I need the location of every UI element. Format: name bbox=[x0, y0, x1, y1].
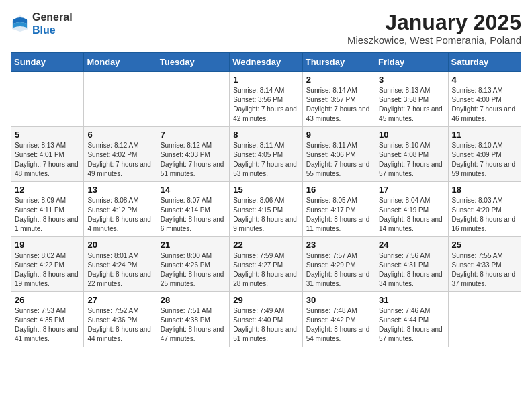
day-info: Sunrise: 8:05 AM Sunset: 4:17 PM Dayligh… bbox=[306, 196, 371, 234]
day-number: 24 bbox=[379, 240, 444, 250]
day-number: 6 bbox=[87, 130, 152, 140]
day-number: 23 bbox=[306, 240, 371, 250]
day-number: 19 bbox=[15, 240, 80, 250]
day-info: Sunrise: 8:13 AM Sunset: 3:58 PM Dayligh… bbox=[379, 86, 444, 124]
day-info: Sunrise: 8:03 AM Sunset: 4:20 PM Dayligh… bbox=[452, 196, 517, 234]
day-info: Sunrise: 7:52 AM Sunset: 4:36 PM Dayligh… bbox=[87, 306, 152, 344]
week-row-4: 19Sunrise: 8:02 AM Sunset: 4:22 PM Dayli… bbox=[11, 237, 521, 292]
day-info: Sunrise: 8:11 AM Sunset: 4:05 PM Dayligh… bbox=[233, 141, 298, 179]
calendar-cell: 15Sunrise: 8:06 AM Sunset: 4:15 PM Dayli… bbox=[230, 182, 302, 237]
logo-text: General Blue bbox=[32, 11, 73, 36]
calendar-cell: 26Sunrise: 7:53 AM Sunset: 4:35 PM Dayli… bbox=[11, 292, 84, 347]
day-number: 27 bbox=[87, 295, 152, 305]
day-number: 11 bbox=[452, 130, 517, 140]
day-info: Sunrise: 8:01 AM Sunset: 4:24 PM Dayligh… bbox=[87, 251, 152, 289]
day-number: 8 bbox=[233, 130, 298, 140]
calendar-cell bbox=[448, 292, 521, 347]
calendar-cell: 16Sunrise: 8:05 AM Sunset: 4:17 PM Dayli… bbox=[302, 182, 375, 237]
calendar-cell: 17Sunrise: 8:04 AM Sunset: 4:19 PM Dayli… bbox=[375, 182, 448, 237]
day-number: 17 bbox=[379, 185, 444, 195]
day-number: 4 bbox=[452, 75, 517, 85]
calendar-cell: 14Sunrise: 8:07 AM Sunset: 4:14 PM Dayli… bbox=[157, 182, 229, 237]
day-info: Sunrise: 8:02 AM Sunset: 4:22 PM Dayligh… bbox=[15, 251, 80, 289]
calendar-cell: 8Sunrise: 8:11 AM Sunset: 4:05 PM Daylig… bbox=[230, 127, 302, 182]
calendar-cell: 10Sunrise: 8:10 AM Sunset: 4:08 PM Dayli… bbox=[375, 127, 448, 182]
day-info: Sunrise: 7:48 AM Sunset: 4:42 PM Dayligh… bbox=[306, 306, 371, 344]
day-number: 15 bbox=[233, 185, 298, 195]
day-number: 10 bbox=[379, 130, 444, 140]
logo: General Blue bbox=[11, 11, 73, 36]
week-row-2: 5Sunrise: 8:13 AM Sunset: 4:01 PM Daylig… bbox=[11, 127, 521, 182]
day-info: Sunrise: 8:09 AM Sunset: 4:11 PM Dayligh… bbox=[15, 196, 80, 234]
week-row-1: 1Sunrise: 8:14 AM Sunset: 3:56 PM Daylig… bbox=[11, 72, 521, 127]
calendar-cell: 27Sunrise: 7:52 AM Sunset: 4:36 PM Dayli… bbox=[84, 292, 157, 347]
calendar-cell: 19Sunrise: 8:02 AM Sunset: 4:22 PM Dayli… bbox=[11, 237, 84, 292]
calendar-cell: 11Sunrise: 8:10 AM Sunset: 4:09 PM Dayli… bbox=[448, 127, 521, 182]
day-number: 28 bbox=[161, 295, 226, 305]
calendar-cell: 13Sunrise: 8:08 AM Sunset: 4:12 PM Dayli… bbox=[84, 182, 157, 237]
weekday-header-friday: Friday bbox=[375, 53, 448, 72]
day-info: Sunrise: 8:12 AM Sunset: 4:02 PM Dayligh… bbox=[87, 141, 152, 179]
day-info: Sunrise: 8:06 AM Sunset: 4:15 PM Dayligh… bbox=[233, 196, 298, 234]
day-info: Sunrise: 7:56 AM Sunset: 4:31 PM Dayligh… bbox=[379, 251, 444, 289]
day-info: Sunrise: 7:46 AM Sunset: 4:44 PM Dayligh… bbox=[379, 306, 444, 344]
day-number: 7 bbox=[161, 130, 226, 140]
day-info: Sunrise: 8:14 AM Sunset: 3:57 PM Dayligh… bbox=[306, 86, 371, 124]
weekday-header-thursday: Thursday bbox=[302, 53, 375, 72]
day-number: 20 bbox=[87, 240, 152, 250]
day-number: 26 bbox=[15, 295, 80, 305]
day-number: 14 bbox=[161, 185, 226, 195]
calendar-cell: 6Sunrise: 8:12 AM Sunset: 4:02 PM Daylig… bbox=[84, 127, 157, 182]
day-number: 5 bbox=[15, 130, 80, 140]
day-info: Sunrise: 7:59 AM Sunset: 4:27 PM Dayligh… bbox=[233, 251, 298, 289]
day-number: 3 bbox=[379, 75, 444, 85]
calendar-cell: 12Sunrise: 8:09 AM Sunset: 4:11 PM Dayli… bbox=[11, 182, 84, 237]
day-number: 31 bbox=[379, 295, 444, 305]
month-title: January 2025 bbox=[347, 11, 521, 34]
week-row-5: 26Sunrise: 7:53 AM Sunset: 4:35 PM Dayli… bbox=[11, 292, 521, 347]
day-info: Sunrise: 8:12 AM Sunset: 4:03 PM Dayligh… bbox=[161, 141, 226, 179]
weekday-header-sunday: Sunday bbox=[11, 53, 84, 72]
calendar-cell: 2Sunrise: 8:14 AM Sunset: 3:57 PM Daylig… bbox=[302, 72, 375, 127]
day-number: 12 bbox=[15, 185, 80, 195]
calendar-cell: 29Sunrise: 7:49 AM Sunset: 4:40 PM Dayli… bbox=[230, 292, 302, 347]
calendar-cell: 5Sunrise: 8:13 AM Sunset: 4:01 PM Daylig… bbox=[11, 127, 84, 182]
weekday-header-monday: Monday bbox=[84, 53, 157, 72]
day-info: Sunrise: 8:14 AM Sunset: 3:56 PM Dayligh… bbox=[233, 86, 298, 124]
day-info: Sunrise: 7:49 AM Sunset: 4:40 PM Dayligh… bbox=[233, 306, 298, 344]
calendar-cell: 4Sunrise: 8:13 AM Sunset: 4:00 PM Daylig… bbox=[448, 72, 521, 127]
day-number: 21 bbox=[161, 240, 226, 250]
day-info: Sunrise: 8:07 AM Sunset: 4:14 PM Dayligh… bbox=[161, 196, 226, 234]
day-info: Sunrise: 8:11 AM Sunset: 4:06 PM Dayligh… bbox=[306, 141, 371, 179]
logo-icon bbox=[11, 14, 30, 33]
calendar-cell: 22Sunrise: 7:59 AM Sunset: 4:27 PM Dayli… bbox=[230, 237, 302, 292]
calendar-cell: 25Sunrise: 7:55 AM Sunset: 4:33 PM Dayli… bbox=[448, 237, 521, 292]
day-number: 18 bbox=[452, 185, 517, 195]
day-number: 16 bbox=[306, 185, 371, 195]
day-info: Sunrise: 8:04 AM Sunset: 4:19 PM Dayligh… bbox=[379, 196, 444, 234]
calendar-cell bbox=[11, 72, 84, 127]
day-info: Sunrise: 8:13 AM Sunset: 4:00 PM Dayligh… bbox=[452, 86, 517, 124]
calendar-cell: 28Sunrise: 7:51 AM Sunset: 4:38 PM Dayli… bbox=[157, 292, 229, 347]
weekday-header-wednesday: Wednesday bbox=[230, 53, 302, 72]
calendar-cell: 1Sunrise: 8:14 AM Sunset: 3:56 PM Daylig… bbox=[230, 72, 302, 127]
calendar-cell: 18Sunrise: 8:03 AM Sunset: 4:20 PM Dayli… bbox=[448, 182, 521, 237]
day-number: 9 bbox=[306, 130, 371, 140]
day-info: Sunrise: 8:08 AM Sunset: 4:12 PM Dayligh… bbox=[87, 196, 152, 234]
weekday-header-tuesday: Tuesday bbox=[157, 53, 229, 72]
day-info: Sunrise: 7:55 AM Sunset: 4:33 PM Dayligh… bbox=[452, 251, 517, 289]
calendar-cell: 7Sunrise: 8:12 AM Sunset: 4:03 PM Daylig… bbox=[157, 127, 229, 182]
calendar-cell: 30Sunrise: 7:48 AM Sunset: 4:42 PM Dayli… bbox=[302, 292, 375, 347]
page-header: General Blue January 2025 Mieszkowice, W… bbox=[11, 11, 521, 46]
weekday-header-saturday: Saturday bbox=[448, 53, 521, 72]
day-number: 22 bbox=[233, 240, 298, 250]
day-info: Sunrise: 7:57 AM Sunset: 4:29 PM Dayligh… bbox=[306, 251, 371, 289]
calendar-cell: 24Sunrise: 7:56 AM Sunset: 4:31 PM Dayli… bbox=[375, 237, 448, 292]
calendar-cell: 21Sunrise: 8:00 AM Sunset: 4:26 PM Dayli… bbox=[157, 237, 229, 292]
day-number: 2 bbox=[306, 75, 371, 85]
day-info: Sunrise: 7:53 AM Sunset: 4:35 PM Dayligh… bbox=[15, 306, 80, 344]
calendar-cell bbox=[157, 72, 229, 127]
calendar-table: SundayMondayTuesdayWednesdayThursdayFrid… bbox=[11, 52, 521, 347]
calendar-cell: 23Sunrise: 7:57 AM Sunset: 4:29 PM Dayli… bbox=[302, 237, 375, 292]
calendar-cell: 20Sunrise: 8:01 AM Sunset: 4:24 PM Dayli… bbox=[84, 237, 157, 292]
